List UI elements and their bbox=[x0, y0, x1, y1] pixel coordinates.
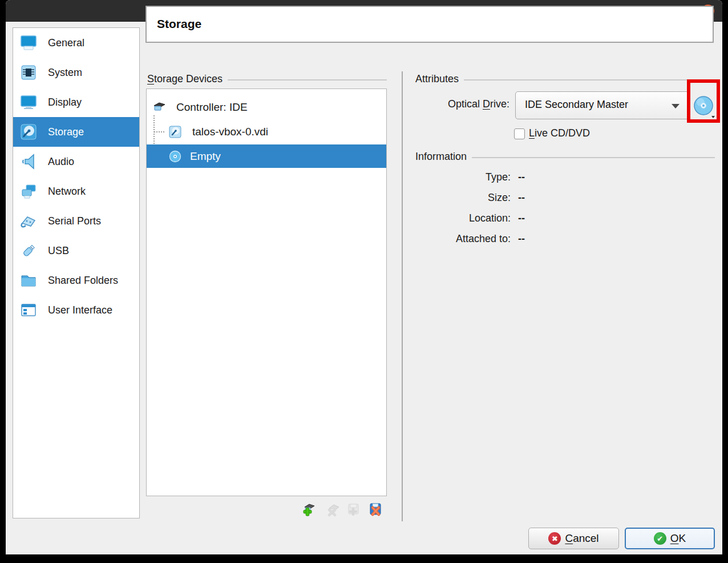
section-divider bbox=[472, 157, 715, 158]
tree-row-label: talos-vbox-0.vdi bbox=[192, 126, 268, 138]
ok-check-icon: ✔ bbox=[654, 532, 666, 545]
information-label: Information bbox=[415, 151, 467, 163]
ide-controller-icon bbox=[152, 100, 166, 114]
tree-row-label: Controller: IDE bbox=[176, 101, 248, 114]
cancel-button-label: Cancel bbox=[565, 532, 598, 545]
sidebar-item-label: USB bbox=[48, 245, 69, 257]
pane-splitter[interactable] bbox=[402, 71, 403, 521]
sidebar-item-label: System bbox=[48, 67, 82, 79]
sidebar-item-label: Display bbox=[48, 96, 82, 108]
usb-plug-icon bbox=[19, 242, 38, 260]
sidebar-item-display[interactable]: Display bbox=[13, 87, 139, 117]
shared-folder-icon bbox=[19, 271, 38, 289]
remove-attachment-button[interactable] bbox=[368, 502, 383, 517]
information-section: Information bbox=[415, 151, 715, 163]
storage-devices-tree: Controller: IDE talos-vbox-0.vdi Empty bbox=[146, 89, 387, 496]
sidebar-item-label: Serial Ports bbox=[48, 215, 101, 227]
system-chip-icon bbox=[19, 63, 38, 82]
optical-drive-label: Optical Drive: bbox=[371, 98, 509, 110]
info-attached-to-label: Attached to: bbox=[371, 233, 511, 245]
info-type-value: -- bbox=[518, 171, 525, 183]
info-size-value: -- bbox=[518, 192, 525, 204]
sidebar-item-network[interactable]: Network bbox=[13, 176, 139, 206]
info-attached-to-value: -- bbox=[518, 233, 525, 245]
page-title: Storage bbox=[157, 17, 201, 31]
info-location-label: Location: bbox=[371, 212, 511, 224]
tree-row-hard-disk[interactable]: talos-vbox-0.vdi bbox=[147, 120, 386, 143]
network-adapters-icon bbox=[19, 182, 38, 200]
sidebar-item-user-interface[interactable]: User Interface bbox=[13, 295, 139, 325]
sidebar-item-usb[interactable]: USB bbox=[13, 236, 139, 266]
sidebar-item-shared-folders[interactable]: Shared Folders bbox=[13, 266, 139, 295]
cancel-x-icon: ✖ bbox=[548, 532, 561, 545]
ok-button[interactable]: ✔ OK bbox=[625, 528, 715, 549]
sidebar-item-label: Audio bbox=[48, 156, 74, 168]
sidebar-item-audio[interactable]: Audio bbox=[13, 147, 139, 176]
ok-button-label: OK bbox=[670, 532, 686, 545]
general-monitor-icon bbox=[19, 34, 38, 52]
attributes-label: Attributes bbox=[415, 73, 459, 85]
sidebar-item-label: Shared Folders bbox=[48, 275, 118, 287]
hard-disk-icon bbox=[168, 125, 182, 139]
section-divider bbox=[464, 79, 715, 81]
section-divider bbox=[228, 79, 387, 81]
sidebar-item-label: Storage bbox=[48, 126, 84, 138]
serial-port-icon bbox=[19, 212, 38, 230]
sidebar-item-storage[interactable]: Storage bbox=[13, 117, 139, 147]
sidebar-item-label: User Interface bbox=[48, 304, 112, 316]
remove-controller-button bbox=[326, 502, 341, 517]
storage-devices-section: Storage Devices bbox=[147, 73, 387, 85]
live-cd-label[interactable]: Live CD/DVD bbox=[529, 127, 590, 139]
tree-row-optical-empty[interactable]: Empty bbox=[147, 144, 386, 168]
sidebar-item-serial-ports[interactable]: Serial Ports bbox=[13, 206, 139, 236]
cancel-button[interactable]: ✖ Cancel bbox=[528, 528, 619, 549]
tree-row-controller-ide[interactable]: Controller: IDE bbox=[147, 97, 386, 118]
screenshot-stage: talos-vbox-0 - Settings ✕ General System bbox=[0, 0, 728, 563]
settings-dialog: talos-vbox-0 - Settings ✕ General System bbox=[6, 0, 722, 554]
info-size-label: Size: bbox=[371, 192, 511, 204]
optical-drive-selected-value: IDE Secondary Master bbox=[525, 99, 628, 111]
audio-speaker-icon bbox=[19, 152, 38, 171]
optical-disc-icon bbox=[168, 150, 182, 163]
tree-row-label: Empty bbox=[190, 150, 221, 163]
storage-devices-label: Storage Devices bbox=[147, 73, 223, 85]
choose-optical-disk-button[interactable] bbox=[693, 95, 719, 119]
user-interface-window-icon bbox=[19, 301, 38, 319]
add-attachment-button bbox=[346, 502, 361, 517]
display-monitor-icon bbox=[19, 93, 38, 111]
info-location-value: -- bbox=[518, 212, 525, 224]
info-type-label: Type: bbox=[371, 171, 511, 183]
settings-category-list: General System Display Storage bbox=[13, 27, 140, 518]
sidebar-item-system[interactable]: System bbox=[13, 58, 139, 87]
add-controller-button[interactable] bbox=[301, 502, 316, 517]
optical-drive-select[interactable]: IDE Secondary Master bbox=[515, 91, 689, 119]
sidebar-item-label: General bbox=[48, 37, 84, 49]
chevron-down-icon bbox=[672, 104, 680, 108]
page-header: Storage bbox=[145, 6, 714, 43]
live-cd-checkbox[interactable] bbox=[514, 128, 525, 139]
attributes-section: Attributes bbox=[415, 73, 715, 85]
sidebar-item-label: Network bbox=[48, 186, 86, 198]
sidebar-item-general[interactable]: General bbox=[13, 28, 139, 58]
storage-disk-icon bbox=[19, 123, 38, 141]
